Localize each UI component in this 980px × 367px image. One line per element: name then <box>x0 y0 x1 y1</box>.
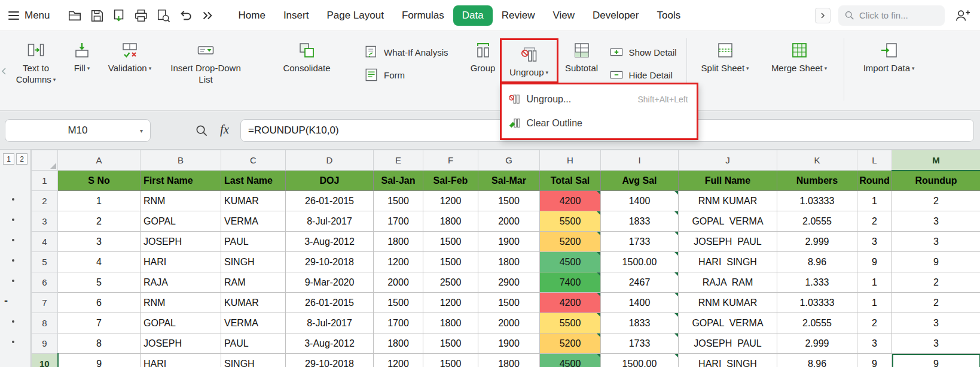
cell-B5[interactable]: HARI <box>141 252 221 272</box>
cell-D5[interactable]: 29-10-2018 <box>286 252 374 272</box>
text-to-columns-button[interactable]: Text to Columns▾ <box>10 36 62 89</box>
cell-H4[interactable]: 5200 <box>540 232 601 252</box>
row-header-1[interactable]: 1 <box>32 171 58 191</box>
cell-C1[interactable]: Last Name <box>221 171 286 191</box>
cell-J1[interactable]: Full Name <box>679 171 777 191</box>
cell-B8[interactable]: GOPAL <box>141 313 221 333</box>
cell-G9[interactable]: 1900 <box>478 333 540 354</box>
cell-L9[interactable]: 3 <box>857 333 892 354</box>
cell-M1[interactable]: Roundup <box>892 171 980 191</box>
cell-E7[interactable]: 1500 <box>374 293 423 313</box>
cell-L10[interactable]: 9 <box>857 354 892 367</box>
cell-M8[interactable]: 3 <box>892 313 980 333</box>
cell-D1[interactable]: DOJ <box>286 171 374 191</box>
cell-F6[interactable]: 2500 <box>423 272 478 293</box>
cell-C5[interactable]: SINGH <box>221 252 286 272</box>
collapse-group-button[interactable]: - <box>1 295 11 307</box>
cell-A2[interactable]: 1 <box>58 191 141 211</box>
show-detail-button[interactable]: Show Detail <box>609 44 677 60</box>
cell-B6[interactable]: RAJA <box>141 272 221 293</box>
split-sheet-button[interactable]: Split Sheet▾ <box>695 36 755 77</box>
cell-H9[interactable]: 5200 <box>540 333 601 354</box>
cell-L4[interactable]: 3 <box>857 232 892 252</box>
cell-G4[interactable]: 1900 <box>478 232 540 252</box>
column-header-F[interactable]: F <box>423 150 478 171</box>
cell-E6[interactable]: 2000 <box>374 272 423 293</box>
cell-D10[interactable]: 29-10-2018 <box>286 354 374 367</box>
cell-L8[interactable]: 2 <box>857 313 892 333</box>
cell-H5[interactable]: 4500 <box>540 252 601 272</box>
cell-K4[interactable]: 2.999 <box>777 232 857 252</box>
cell-E8[interactable]: 1700 <box>374 313 423 333</box>
cell-G5[interactable]: 1800 <box>478 252 540 272</box>
export-button[interactable] <box>110 7 128 25</box>
cell-A7[interactable]: 6 <box>58 293 141 313</box>
cell-F3[interactable]: 1800 <box>423 211 478 232</box>
cell-J4[interactable]: JOSEPH PAUL <box>679 232 777 252</box>
import-data-button[interactable]: Import Data▾ <box>856 36 922 77</box>
cell-F4[interactable]: 1500 <box>423 232 478 252</box>
cell-I3[interactable]: 1833 <box>601 211 679 232</box>
outline-level-2-button[interactable]: 2 <box>16 153 28 165</box>
row-header-7[interactable]: 7 <box>32 293 58 313</box>
cell-H7[interactable]: 4200 <box>540 293 601 313</box>
cell-E3[interactable]: 1700 <box>374 211 423 232</box>
cell-C4[interactable]: PAUL <box>221 232 286 252</box>
tab-home[interactable]: Home <box>230 5 274 26</box>
cell-D6[interactable]: 9-Mar-2020 <box>286 272 374 293</box>
cell-D2[interactable]: 26-01-2015 <box>286 191 374 211</box>
cell-J8[interactable]: GOPAL VERMA <box>679 313 777 333</box>
tab-insert[interactable]: Insert <box>274 5 318 26</box>
cell-I1[interactable]: Avg Sal <box>601 171 679 191</box>
add-user-button[interactable] <box>952 6 972 25</box>
cell-A8[interactable]: 7 <box>58 313 141 333</box>
cell-I7[interactable]: 1400 <box>601 293 679 313</box>
cell-K9[interactable]: 2.999 <box>777 333 857 354</box>
row-header-10[interactable]: 10 <box>32 354 58 367</box>
zoom-formula-button[interactable] <box>195 124 209 140</box>
cell-F5[interactable]: 1500 <box>423 252 478 272</box>
cell-D7[interactable]: 26-01-2015 <box>286 293 374 313</box>
cell-B7[interactable]: RNM <box>141 293 221 313</box>
tab-tools[interactable]: Tools <box>648 5 689 26</box>
cell-D4[interactable]: 3-Aug-2012 <box>286 232 374 252</box>
row-header-2[interactable]: 2 <box>32 191 58 211</box>
cell-K3[interactable]: 2.0555 <box>777 211 857 232</box>
cell-A3[interactable]: 2 <box>58 211 141 232</box>
cell-F8[interactable]: 1800 <box>423 313 478 333</box>
cell-M3[interactable]: 3 <box>892 211 980 232</box>
cell-I5[interactable]: 1500.00 <box>601 252 679 272</box>
cell-L5[interactable]: 9 <box>857 252 892 272</box>
cell-A1[interactable]: S No <box>58 171 141 191</box>
cell-F10[interactable]: 1500 <box>423 354 478 367</box>
cell-C3[interactable]: VERMA <box>221 211 286 232</box>
cell-K1[interactable]: Numbers <box>777 171 857 191</box>
column-header-B[interactable]: B <box>141 150 221 171</box>
cell-B9[interactable]: JOSEPH <box>141 333 221 354</box>
tab-formulas[interactable]: Formulas <box>393 5 453 26</box>
cell-I6[interactable]: 2467 <box>601 272 679 293</box>
cell-H1[interactable]: Total Sal <box>540 171 601 191</box>
cell-B10[interactable]: HARI <box>141 354 221 367</box>
undo-button[interactable] <box>176 7 194 25</box>
cell-K10[interactable]: 8.96 <box>777 354 857 367</box>
column-header-I[interactable]: I <box>601 150 679 171</box>
tab-developer[interactable]: Developer <box>584 5 648 26</box>
name-box[interactable]: M10 ▾ <box>5 119 151 142</box>
cell-F2[interactable]: 1200 <box>423 191 478 211</box>
cell-G2[interactable]: 1500 <box>478 191 540 211</box>
column-header-G[interactable]: G <box>478 150 540 171</box>
cell-C8[interactable]: VERMA <box>221 313 286 333</box>
cell-F7[interactable]: 1200 <box>423 293 478 313</box>
column-header-C[interactable]: C <box>221 150 286 171</box>
tab-view[interactable]: View <box>544 5 584 26</box>
cell-D8[interactable]: 8-Jul-2017 <box>286 313 374 333</box>
cell-M6[interactable]: 2 <box>892 272 980 293</box>
cell-J3[interactable]: GOPAL VERMA <box>679 211 777 232</box>
cell-E9[interactable]: 1800 <box>374 333 423 354</box>
cell-C9[interactable]: PAUL <box>221 333 286 354</box>
form-button[interactable]: Form <box>364 67 448 83</box>
cell-L6[interactable]: 1 <box>857 272 892 293</box>
cell-E2[interactable]: 1500 <box>374 191 423 211</box>
cell-M10[interactable]: 9 <box>892 354 980 367</box>
